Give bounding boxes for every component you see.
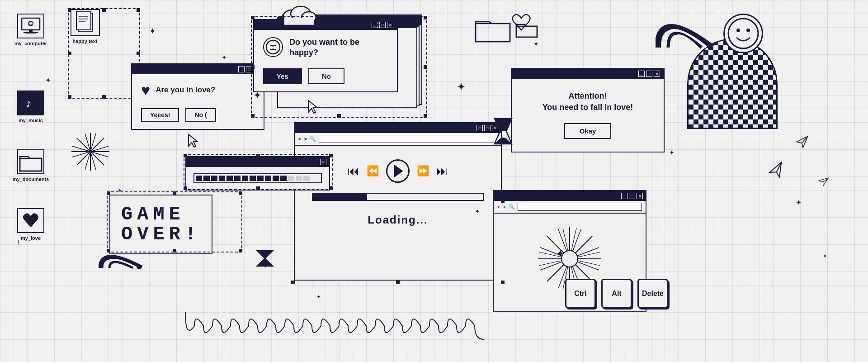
smiley-face — [723, 14, 763, 53]
svg-rect-4 — [29, 30, 33, 32]
love-cursor: └ — [16, 241, 21, 247]
sparkle-14 — [796, 199, 802, 206]
main-content: my_computer happy text ♪ my_music — [0, 0, 868, 362]
svg-rect-0 — [22, 18, 40, 30]
svg-text:♪: ♪ — [26, 96, 32, 110]
sparkle-10 — [556, 249, 564, 259]
browser-small-close[interactable]: ✕ — [637, 193, 643, 199]
heart-icon-large: ♥ — [141, 81, 150, 99]
starburst-decoration — [70, 131, 111, 174]
attention-line1: Attention! — [523, 91, 653, 101]
attention-ok-button[interactable]: Okay — [564, 123, 612, 139]
svg-rect-6 — [24, 32, 25, 33]
ctrl-key[interactable]: Ctrl — [565, 279, 596, 308]
folder-top-right[interactable] — [475, 14, 511, 43]
browser-small-address[interactable] — [518, 203, 642, 211]
browser-small-titlebar: _ □ ✕ — [494, 191, 646, 201]
paper-plane-2 — [796, 136, 808, 150]
folder-small-right[interactable] — [515, 19, 538, 38]
cursor-arrow-love — [188, 133, 199, 150]
svg-rect-48 — [516, 26, 537, 37]
delete-key[interactable]: Delete — [637, 279, 668, 308]
attention-dialog-controls: _ □ ✕ — [638, 71, 660, 77]
spring-decoration — [181, 308, 488, 344]
paper-plane-3 — [818, 176, 828, 188]
love-dialog-minimize[interactable]: _ — [238, 66, 245, 72]
my-documents-icon-box — [17, 149, 44, 174]
sparkle-9 — [669, 149, 675, 156]
sparkle-4 — [375, 22, 381, 29]
svg-point-2 — [29, 22, 30, 23]
love-question-text: Are you in love? — [156, 85, 215, 95]
love-dialog-titlebar: _ □ ✕ — [132, 64, 264, 74]
attention-close[interactable]: ✕ — [654, 71, 660, 77]
media-player-handles — [291, 119, 505, 284]
selection-handles — [68, 8, 140, 99]
love-yes-button[interactable]: Yeees! — [141, 108, 179, 122]
paper-plane-1 — [769, 163, 784, 181]
game-over-handles — [107, 191, 242, 252]
alt-key[interactable]: Alt — [601, 279, 632, 308]
my-love-icon[interactable]: my_love └ — [13, 208, 49, 241]
love-no-button[interactable]: No ( — [185, 108, 216, 122]
my-computer-icon[interactable]: my_computer — [13, 14, 49, 46]
love-dialog-body: ♥ Are you in love? Yeees! No ( — [132, 74, 264, 129]
rainbow-large — [656, 5, 714, 52]
svg-rect-47 — [476, 24, 510, 42]
attention-dialog-body: Attention! You need to fall in love! Oka… — [512, 79, 664, 152]
my-documents-label: my_documents — [13, 176, 49, 182]
svg-rect-5 — [25, 32, 36, 33]
sparkle-3 — [253, 90, 261, 100]
sparkle-2 — [222, 54, 227, 61]
svg-point-45 — [736, 29, 740, 32]
attention-line2: You need to fall in love! — [523, 103, 653, 112]
svg-point-46 — [746, 29, 750, 32]
sparkle-7 — [606, 190, 613, 198]
svg-point-3 — [32, 22, 33, 23]
my-computer-label: my_computer — [14, 41, 47, 46]
browser-small-max[interactable]: □ — [629, 193, 635, 199]
sparkle-1 — [149, 27, 156, 35]
svg-rect-15 — [20, 158, 42, 171]
browser-small-search: 🔍 — [509, 204, 515, 210]
sparkle-11 — [45, 77, 51, 84]
my-documents-icon[interactable]: my_documents — [13, 149, 49, 182]
my-music-icon[interactable]: ♪ my_music — [13, 90, 49, 123]
sparkle-5 — [457, 81, 466, 92]
sparkle-17 — [316, 294, 321, 300]
sparkle-13 — [764, 90, 769, 97]
my-love-icon-box — [17, 208, 44, 233]
browser-small-min[interactable]: _ — [621, 193, 627, 199]
sparkle-6 — [533, 41, 539, 47]
attention-maximize[interactable]: □ — [646, 71, 652, 77]
svg-rect-7 — [36, 32, 38, 33]
win-stack-handles — [251, 16, 427, 118]
svg-line-50 — [802, 137, 808, 143]
bowtie-decoration — [255, 249, 274, 270]
browser-small-toolbar: < > 🔍 — [494, 201, 646, 214]
svg-point-44 — [728, 19, 758, 48]
my-music-icon-box: ♪ — [17, 90, 44, 115]
sparkle-15 — [823, 253, 827, 259]
my-love-label: my_love — [21, 235, 41, 241]
my-computer-icon-box — [17, 14, 44, 38]
attention-dialog: _ □ ✕ Attention! You need to fall in lov… — [511, 68, 665, 152]
attention-dialog-titlebar: _ □ ✕ — [512, 69, 664, 79]
cursor-arrow-happy — [307, 100, 319, 116]
attention-minimize[interactable]: _ — [638, 71, 645, 77]
love-dialog: _ □ ✕ ♥ Are you in love? Yeees! No ( — [131, 63, 264, 130]
my-music-label: my_music — [19, 118, 43, 123]
